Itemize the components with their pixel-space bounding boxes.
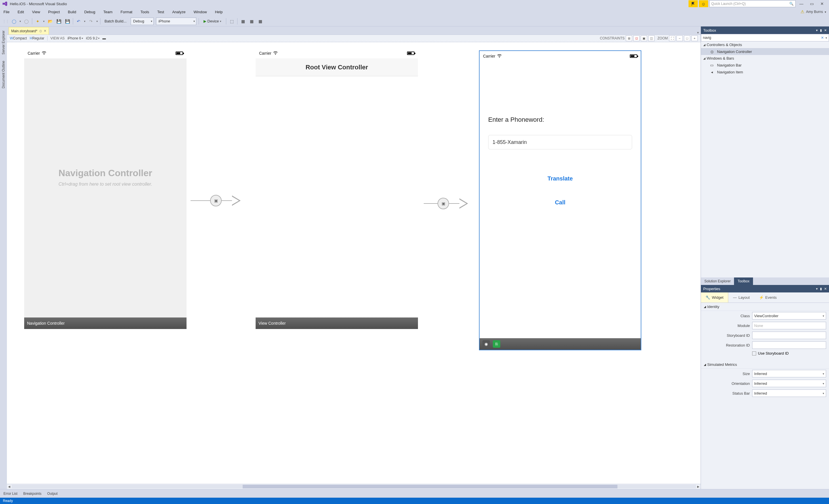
menu-help[interactable]: Help [214, 9, 223, 15]
nav-back-button[interactable]: ◯ [11, 18, 17, 25]
pin-icon[interactable]: ⊙ [39, 29, 42, 33]
constraint-btn-2[interactable]: ⊡ [633, 35, 640, 41]
segue-push[interactable]: ▣ [424, 198, 468, 209]
scroll-right-icon[interactable]: ▶ [696, 484, 700, 489]
start-device-button[interactable]: ▶ Device ▾ [201, 19, 224, 24]
platform-combo[interactable]: iPhone [156, 17, 196, 25]
os-selector[interactable]: iOS 9.2▾ [86, 36, 100, 40]
size-class-w[interactable]: WWCompactCompact [10, 36, 27, 40]
menu-tools[interactable]: Tools [140, 9, 150, 15]
nav-forward-button[interactable]: ◯ [23, 18, 30, 25]
call-button[interactable]: Call [488, 199, 632, 206]
user-name[interactable]: Amy Burns [806, 10, 823, 14]
tab-overflow-icon[interactable]: ▾ [697, 31, 699, 35]
property-orientation-select[interactable]: Inferred [752, 380, 826, 387]
panel-options-icon[interactable]: ▾ [816, 29, 818, 32]
property-category-simulated-metrics[interactable]: ◢Simulated Metrics [701, 361, 829, 369]
menu-build[interactable]: Build [67, 9, 77, 15]
constraint-btn-3[interactable]: ▣ [641, 35, 647, 41]
menu-view[interactable]: View [31, 9, 41, 15]
scene-root-view-controller[interactable]: Carrier Root View Controller View Contro… [256, 48, 418, 329]
menu-window[interactable]: Window [193, 9, 207, 15]
undo-button[interactable]: ↶ [75, 18, 82, 25]
document-tab[interactable]: Main.storyboard* ⊙ ✕ [9, 27, 49, 35]
toolbar-icon-2[interactable]: ▦ [240, 18, 246, 25]
close-button[interactable]: ✕ [818, 0, 827, 7]
constraint-btn-4[interactable]: ◫ [648, 35, 655, 41]
notifications-flag-icon[interactable] [688, 0, 698, 7]
toolbox-category[interactable]: ◢Windows & Bars [701, 55, 829, 62]
toolbox-item-navigation-bar[interactable]: ▭ Navigation Bar [701, 62, 829, 69]
redo-button[interactable]: ↷ [88, 18, 94, 25]
horizontal-scrollbar[interactable]: ◀ ▶ [7, 484, 700, 489]
menu-file[interactable]: File [3, 9, 10, 15]
zoom-in-button[interactable]: + [691, 35, 698, 41]
bottom-tab-error-list[interactable]: Error List [3, 492, 17, 496]
scroll-left-icon[interactable]: ◀ [7, 484, 11, 489]
panel-close-icon[interactable]: ✕ [824, 287, 827, 291]
property-module-input[interactable]: None [752, 322, 826, 329]
panel-pin-icon[interactable]: ▮ [820, 29, 822, 32]
scene-dock-vc-icon[interactable]: ◉ [482, 340, 490, 348]
use-storyboard-id-checkbox[interactable]: Use Storyboard ID [752, 351, 826, 356]
maximize-button[interactable]: ▭ [807, 0, 816, 7]
configuration-combo[interactable]: Debug [131, 17, 154, 25]
property-class-input[interactable]: ViewController [752, 312, 826, 320]
tab-toolbox[interactable]: Toolbox [734, 278, 753, 285]
quick-launch-input[interactable]: Quick Launch (Ctrl+Q) 🔍 [709, 0, 796, 7]
close-tab-icon[interactable]: ✕ [44, 29, 46, 33]
translate-button[interactable]: Translate [488, 175, 632, 182]
panel-close-icon[interactable]: ✕ [824, 29, 827, 32]
menu-test[interactable]: Test [156, 9, 165, 15]
search-dropdown-icon[interactable]: ▾ [826, 36, 827, 39]
toolbar-icon-4[interactable]: ▦ [257, 18, 263, 25]
bottom-tab-breakpoints[interactable]: Breakpoints [23, 492, 41, 496]
property-category-identity[interactable]: ◢Identity [701, 303, 829, 311]
segue-root[interactable]: ▣ [191, 195, 241, 206]
toolbox-category[interactable]: ◢Controllers & Objects [701, 41, 829, 48]
save-all-button[interactable]: 💾 [64, 18, 71, 25]
menu-project[interactable]: Project [47, 9, 60, 15]
panel-pin-icon[interactable]: ▮ [820, 287, 822, 291]
zoom-fit-button[interactable]: ⛶ [669, 35, 675, 41]
toolbar-icon-1[interactable]: ⬚ [228, 18, 235, 25]
tab-solution-explorer[interactable]: Solution Explorer [701, 278, 734, 285]
panel-options-icon[interactable]: ▾ [816, 287, 818, 291]
menu-format[interactable]: Format [120, 9, 133, 15]
size-class-h[interactable]: HRegular [30, 36, 44, 40]
menu-debug[interactable]: Debug [84, 9, 96, 15]
property-storyboard-id-input[interactable] [752, 332, 826, 339]
zoom-out-button[interactable]: − [677, 35, 683, 41]
menu-team[interactable]: Team [103, 9, 113, 15]
orientation-icon[interactable]: ▬ [103, 36, 106, 40]
open-button[interactable]: 📂 [47, 18, 53, 25]
minimize-button[interactable]: — [797, 0, 806, 7]
toolbar-icon-3[interactable]: ▦ [248, 18, 255, 25]
bottom-tab-output[interactable]: Output [47, 492, 58, 496]
properties-tab-events[interactable]: ⚡ Events [754, 292, 782, 302]
toolbox-search-input[interactable]: navig ✕ ▾ [701, 34, 829, 41]
storyboard-canvas[interactable]: Carrier Navigation Controller Ctrl+drag … [7, 42, 700, 484]
scene-dock-exit-icon[interactable]: ⎘ [493, 340, 500, 348]
scene-navigation-controller[interactable]: Carrier Navigation Controller Ctrl+drag … [24, 48, 186, 329]
side-tab-server-explorer[interactable]: Server Explorer [1, 29, 6, 56]
side-tab-document-outline[interactable]: Document Outline [1, 59, 6, 90]
property-status-bar-select[interactable]: Inferred [752, 390, 826, 397]
scene-phoneword-view-controller[interactable]: Carrier Enter a Phoneword: 1-855-Xamarin… [479, 50, 641, 350]
constraint-btn-1[interactable]: ⊞ [626, 35, 632, 41]
properties-tab-widget[interactable]: 🔧 Widget [701, 292, 728, 302]
phoneword-input[interactable]: 1-855-Xamarin [488, 135, 632, 149]
menu-edit[interactable]: Edit [17, 9, 25, 15]
feedback-smile-icon[interactable]: ☺ [699, 0, 708, 7]
toolbox-item-navigation-item[interactable]: ◂ Navigation Item [701, 69, 829, 75]
properties-tab-layout[interactable]: — Layout [728, 292, 754, 302]
batch-build-button[interactable]: Batch Build... [103, 19, 129, 24]
menu-analyze[interactable]: Analyze [172, 9, 186, 15]
new-project-button[interactable]: ✦ [35, 18, 41, 25]
zoom-default-button[interactable]: □ [684, 35, 690, 41]
property-size-select[interactable]: Inferred [752, 370, 826, 377]
user-dropdown-icon[interactable]: ▾ [825, 10, 826, 13]
save-button[interactable]: 💾 [56, 18, 62, 25]
toolbox-item-navigation-controller[interactable]: ◎ Navigation Controller [701, 48, 829, 55]
clear-search-icon[interactable]: ✕ [821, 36, 824, 40]
